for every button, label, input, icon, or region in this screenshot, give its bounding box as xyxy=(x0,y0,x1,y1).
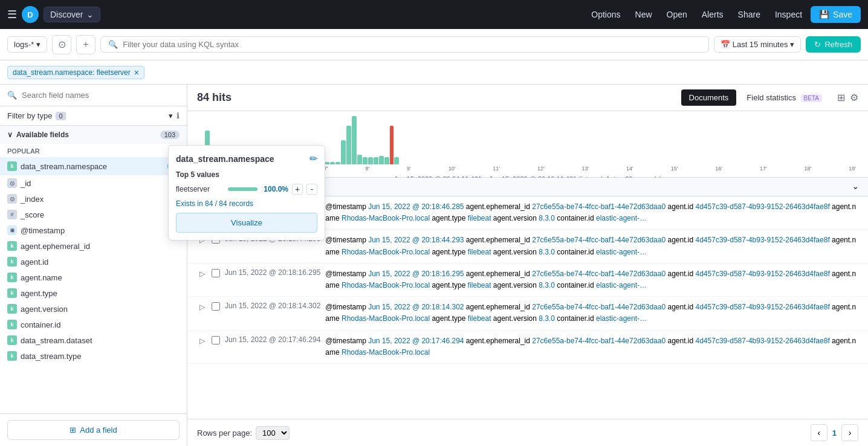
table-row: ▷ Jun 15, 2022 @ 20:18:16.295 @timestamp… xyxy=(187,263,868,297)
field-item-agent-id[interactable]: k agent.id xyxy=(0,254,187,270)
field-item-score[interactable]: # _score xyxy=(0,207,187,222)
chart-bar xyxy=(368,157,373,164)
next-page-button[interactable]: › xyxy=(841,424,858,441)
field-item-timestamp[interactable]: ⊞ @timestamp xyxy=(0,222,187,238)
field-item-agent-name[interactable]: k agent.name xyxy=(0,270,187,285)
chart-bar xyxy=(335,162,340,164)
x-label: 16' xyxy=(715,166,722,172)
popup-top5-label: Top 5 values xyxy=(176,170,317,179)
field-name-label: agent.ephemeral_id xyxy=(21,242,180,251)
field-item-container-id[interactable]: k container.id xyxy=(0,317,187,332)
row-checkbox[interactable] xyxy=(212,302,220,311)
prev-page-button[interactable]: ‹ xyxy=(811,424,828,441)
toolbar: logs-* ▾ ⊙ ＋ 🔍 📅 Last 15 minutes ▾ ↻ Ref… xyxy=(0,29,868,60)
index-pattern-selector[interactable]: logs-* ▾ xyxy=(7,36,47,53)
x-label: 13' xyxy=(581,166,589,172)
filter-tag-close[interactable]: × xyxy=(134,68,139,77)
field-type-k-icon: k xyxy=(7,320,17,329)
settings-icon-button[interactable]: ⊙ xyxy=(52,35,71,54)
popup-value-row: fleetserver 100.0% + - xyxy=(176,184,317,195)
settings-icon[interactable]: ⚙ xyxy=(850,92,858,103)
calendar-icon: 📅 xyxy=(721,40,730,49)
chart-bar xyxy=(363,157,368,164)
refresh-button[interactable]: ↻ Refresh xyxy=(806,36,861,53)
field-item-agent-version[interactable]: k agent.version xyxy=(0,301,187,317)
row-timestamp: Jun 15, 2022 @ 20:18:16.295 xyxy=(225,268,320,277)
open-button[interactable]: Open xyxy=(661,7,693,22)
inspect-button[interactable]: Inspect xyxy=(769,7,808,22)
popup-exists-link[interactable]: Exists in 84 / 84 records xyxy=(176,199,317,208)
content-area: 84 hits Documents Field statistics BETA … xyxy=(187,85,868,446)
row-content: @timestamp Jun 15, 2022 @ 20:18:46.285 a… xyxy=(325,201,858,224)
pagination: ‹ 1 › xyxy=(811,424,858,441)
popup-visualize-button[interactable]: Visualize xyxy=(176,213,317,233)
field-item-data-stream-type[interactable]: k data_stream.type xyxy=(0,348,187,364)
time-picker[interactable]: 📅 Last 15 minutes ▾ xyxy=(714,36,802,53)
filter-tag-text: data_stream.namespace: fleetserver xyxy=(13,68,131,77)
popup-field-name: data_stream.namespace xyxy=(176,154,274,164)
popup-bar-bg xyxy=(228,187,257,191)
field-name-label: _id xyxy=(21,179,180,188)
collapse-icon[interactable]: ∨ xyxy=(7,131,13,139)
field-popup: data_stream.namespace ✏ Top 5 values fle… xyxy=(168,145,325,241)
field-name-label: agent.type xyxy=(21,289,180,298)
grid-view-icon[interactable]: ⊞ xyxy=(837,92,845,103)
field-type-k-icon: k xyxy=(7,335,17,345)
tab-field-statistics[interactable]: Field statistics BETA xyxy=(739,89,830,106)
search-icon: 🔍 xyxy=(108,40,118,49)
filter-type-chevron[interactable]: ▾ xyxy=(169,111,173,120)
field-name-label: data_stream.type xyxy=(21,352,180,361)
hamburger-icon[interactable]: ☰ xyxy=(7,8,17,21)
row-expand-button[interactable]: ▷ xyxy=(197,269,207,279)
tab-documents[interactable]: Documents xyxy=(681,89,737,106)
x-label: 17' xyxy=(760,166,767,172)
popup-filter-include-button[interactable]: + xyxy=(292,184,303,195)
add-filter-button[interactable]: ＋ xyxy=(76,35,96,54)
field-type-index-icon: ⊙ xyxy=(7,194,17,204)
row-checkbox[interactable] xyxy=(212,336,220,344)
sort-icon[interactable]: ⌄ xyxy=(852,183,858,191)
available-fields-header: ∨ Available fields 103 xyxy=(0,126,187,144)
field-item-index[interactable]: ⊙ _index xyxy=(0,191,187,207)
share-button[interactable]: Share xyxy=(732,7,766,22)
chevron-down-icon: ⌄ xyxy=(86,10,94,19)
refresh-icon: ↻ xyxy=(814,40,821,49)
save-button[interactable]: 💾 Save xyxy=(811,6,861,23)
field-name-label: container.id xyxy=(21,320,180,329)
x-label: 14' xyxy=(626,166,633,172)
kql-input[interactable] xyxy=(123,40,701,49)
x-label: 8' xyxy=(365,166,369,172)
row-timestamp: Jun 15, 2022 @ 20:17:46.294 xyxy=(225,335,320,344)
app-name-button[interactable]: Discover ⌄ xyxy=(44,7,100,22)
row-content: @timestamp Jun 15, 2022 @ 20:18:14.302 a… xyxy=(325,302,858,325)
row-expand-button[interactable]: ▷ xyxy=(197,302,207,312)
chart-bar xyxy=(394,157,399,164)
row-checkbox[interactable] xyxy=(212,269,220,277)
sidebar-search-input[interactable] xyxy=(22,91,180,100)
new-button[interactable]: New xyxy=(629,7,658,22)
field-item-data-stream-dataset[interactable]: k data_stream.dataset xyxy=(0,332,187,348)
field-item-agent-type[interactable]: k agent.type xyxy=(0,285,187,301)
row-content: @timestamp Jun 15, 2022 @ 20:18:16.295 a… xyxy=(325,268,858,291)
alerts-button[interactable]: Alerts xyxy=(696,7,730,22)
filter-bar: data_stream.namespace: fleetserver × xyxy=(0,60,868,85)
sidebar-footer: ⊞ Add a field xyxy=(0,413,187,446)
popup-filter-exclude-button[interactable]: - xyxy=(306,184,317,195)
field-item-id[interactable]: ⊙ _id xyxy=(0,175,187,191)
rows-per-page-select[interactable]: 10 25 50 100 xyxy=(256,426,290,440)
options-button[interactable]: Options xyxy=(585,7,626,22)
popup-bar-fill xyxy=(228,187,257,191)
index-chevron-icon: ▾ xyxy=(36,40,40,49)
filter-tag[interactable]: data_stream.namespace: fleetserver × xyxy=(7,66,144,79)
content-tabs: Documents Field statistics BETA xyxy=(681,89,830,106)
add-field-button[interactable]: ⊞ Add a field xyxy=(7,420,180,440)
popup-edit-button[interactable]: ✏ xyxy=(309,153,317,164)
filter-type-info-icon[interactable]: ℹ xyxy=(177,111,180,120)
field-item-data-stream-namespace[interactable]: k data_stream.namespace + xyxy=(0,157,187,175)
field-item-agent-ephemeral-id[interactable]: k agent.ephemeral_id xyxy=(0,238,187,254)
app-name-label: Discover xyxy=(50,10,83,19)
row-timestamp: Jun 15, 2022 @ 20:18:14.302 xyxy=(225,302,320,310)
filter-type-controls: Filter by type 0 xyxy=(7,111,66,120)
table-row: ▷ Jun 15, 2022 @ 20:17:46.294 @timestamp… xyxy=(187,331,868,364)
row-expand-button[interactable]: ▷ xyxy=(197,336,207,346)
